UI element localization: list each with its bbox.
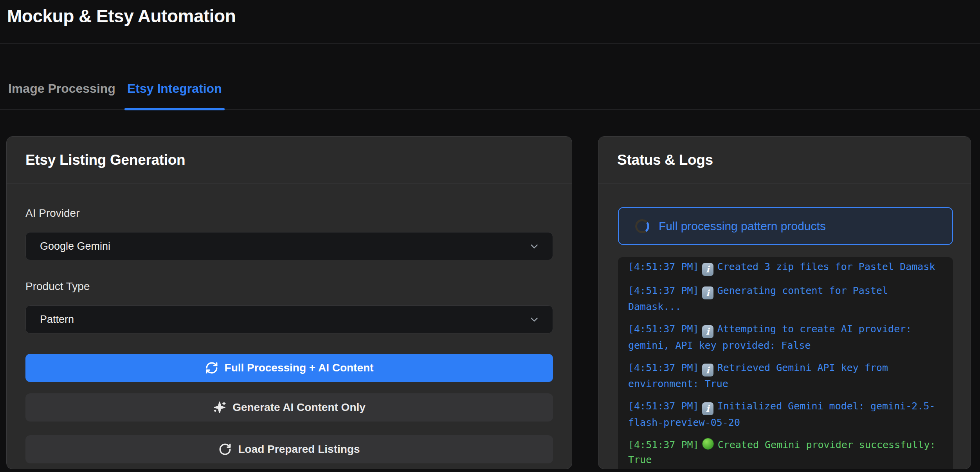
chevron-down-icon — [528, 240, 540, 252]
panel-title: Status & Logs — [617, 152, 713, 168]
log-time: [4:51:37 PM] — [628, 285, 699, 296]
log-time: [4:51:37 PM] — [628, 439, 699, 450]
button-label: Load Prepared Listings — [238, 443, 360, 456]
refresh-cw-icon — [205, 361, 218, 375]
panel-title: Etsy Listing Generation — [25, 152, 185, 168]
content-columns: Etsy Listing Generation AI Provider Goog… — [0, 136, 980, 469]
page-title: Mockup & Etsy Automation — [7, 5, 980, 27]
log-text: Created 3 zip files for Pastel Damask — [717, 261, 935, 272]
etsy-listing-generation-panel: Etsy Listing Generation AI Provider Goog… — [6, 136, 572, 469]
app-window: Mockup & Etsy Automation Image Processin… — [0, 0, 980, 472]
log-entry: [4:51:37 PM]Initialized Gemini model: ge… — [628, 399, 944, 430]
product-type-select[interactable]: Pattern — [25, 305, 553, 333]
panel-body: Full processing pattern products [4:51:3… — [598, 184, 971, 469]
log-entry: [4:51:37 PM]Generating content for Paste… — [628, 283, 944, 315]
tab-bar: Image Processing Etsy Integration — [0, 81, 980, 110]
tab-etsy-integration[interactable]: Etsy Integration — [127, 81, 222, 109]
info-icon — [702, 364, 713, 377]
header-divider — [0, 43, 980, 44]
sparkles-icon — [213, 401, 226, 414]
info-icon — [702, 325, 713, 338]
product-type-label: Product Type — [25, 280, 553, 293]
tab-image-processing[interactable]: Image Processing — [8, 81, 115, 109]
processing-status-banner: Full processing pattern products — [618, 207, 953, 245]
full-processing-button[interactable]: Full Processing + AI Content — [25, 354, 553, 382]
status-text: Full processing pattern products — [659, 220, 826, 233]
log-entry: [4:51:37 PM]Created Gemini provider succ… — [628, 438, 944, 467]
spinner-icon — [634, 218, 650, 234]
info-icon — [702, 402, 713, 415]
ai-provider-value: Google Gemini — [40, 240, 110, 252]
ai-provider-select[interactable]: Google Gemini — [25, 232, 553, 260]
button-label: Generate AI Content Only — [232, 401, 366, 414]
button-label: Full Processing + AI Content — [225, 362, 374, 374]
info-icon — [702, 263, 713, 276]
chevron-down-icon — [528, 313, 540, 325]
log-time: [4:51:37 PM] — [628, 261, 699, 272]
ai-provider-label: AI Provider — [25, 207, 553, 220]
panel-body: AI Provider Google Gemini Product Type P… — [7, 184, 572, 469]
log-entry: [4:51:37 PM]Attempting to create AI prov… — [628, 322, 944, 353]
log-time: [4:51:37 PM] — [628, 323, 699, 335]
log-entry: [4:51:37 PM]Created 3 zip files for Past… — [628, 259, 944, 276]
load-prepared-listings-button[interactable]: Load Prepared Listings — [25, 435, 553, 463]
log-time: [4:51:37 PM] — [628, 362, 699, 373]
generate-ai-content-button[interactable]: Generate AI Content Only — [25, 393, 553, 422]
app-header: Mockup & Etsy Automation — [0, 0, 980, 27]
status-logs-panel: Status & Logs Full processing pattern pr… — [598, 136, 971, 469]
rotate-cw-icon — [218, 443, 232, 456]
log-entry: [4:51:37 PM]Retrieved Gemini API key fro… — [628, 360, 944, 392]
green-circle-icon — [702, 438, 714, 450]
log-output[interactable]: [4:51:37 PM]Created 3 zip files for Past… — [618, 257, 953, 469]
product-type-value: Pattern — [40, 313, 74, 326]
info-icon — [702, 286, 713, 299]
panel-header: Status & Logs — [598, 137, 971, 184]
panel-header: Etsy Listing Generation — [7, 137, 572, 184]
log-time: [4:51:37 PM] — [628, 400, 699, 412]
